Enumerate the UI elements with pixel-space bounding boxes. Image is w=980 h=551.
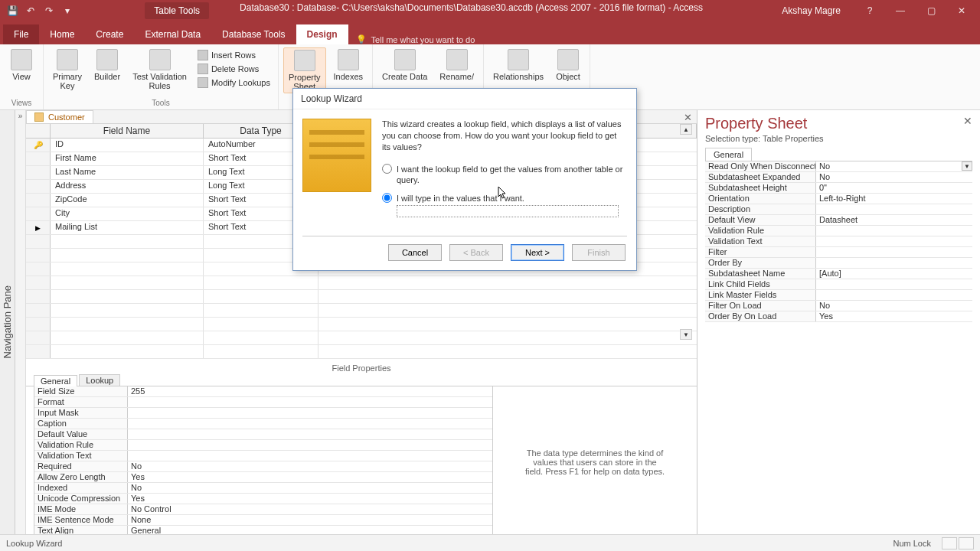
prop-sheet-row[interactable]: Order By On LoadYes [705, 311, 972, 322]
prop-value[interactable] [816, 258, 972, 268]
prop-sheet-row[interactable]: Order By [705, 258, 972, 269]
redo-icon[interactable]: ↷ [43, 5, 55, 17]
property-value[interactable]: No [128, 483, 492, 493]
prop-value[interactable] [816, 247, 972, 257]
prop-sheet-row[interactable]: Read Only When DisconnectNo▼ [705, 161, 972, 172]
prop-value[interactable] [816, 226, 972, 236]
table-row-empty[interactable] [26, 331, 697, 345]
field-property-row[interactable]: Default Value [34, 429, 492, 440]
scroll-down-icon[interactable]: ▼ [680, 329, 692, 340]
prop-value[interactable] [816, 204, 972, 214]
property-value[interactable]: 255 [128, 386, 492, 396]
prop-sheet-row[interactable]: Validation Text [705, 236, 972, 247]
prop-sheet-row[interactable]: Link Child Fields [705, 279, 972, 290]
field-name-cell[interactable]: City [51, 207, 204, 220]
property-sheet-grid[interactable]: Read Only When DisconnectNo▼Subdatasheet… [705, 161, 972, 322]
prop-sheet-row[interactable]: Link Master Fields [705, 290, 972, 301]
builder-button[interactable]: Builder [90, 47, 125, 83]
prop-sheet-row[interactable]: Subdatasheet Name[Auto] [705, 269, 972, 279]
property-value[interactable]: No Control [128, 504, 492, 514]
delete-rows-button[interactable]: Delete Rows [196, 63, 272, 75]
test-validation-button[interactable]: Test Validation Rules [128, 47, 191, 92]
prop-value[interactable] [816, 236, 972, 246]
cancel-button[interactable]: Cancel [388, 244, 442, 261]
row-selector[interactable] [26, 194, 51, 207]
prop-value[interactable]: Datasheet [816, 215, 972, 225]
prop-value[interactable] [816, 290, 972, 300]
prop-value[interactable]: Yes [816, 311, 972, 321]
prop-value[interactable]: No [816, 301, 972, 311]
field-name-cell[interactable]: ZipCode [51, 194, 204, 207]
property-sheet-close-icon[interactable]: ✕ [963, 115, 972, 127]
row-selector[interactable]: ▶ [26, 221, 51, 234]
prop-sheet-row[interactable]: Filter [705, 247, 972, 258]
prop-value[interactable]: 0" [816, 183, 972, 193]
datasheet-view-button[interactable] [942, 537, 957, 549]
document-close-icon[interactable]: ✕ [684, 112, 692, 123]
save-icon[interactable]: 💾 [6, 5, 18, 17]
field-property-row[interactable]: Validation Rule [34, 440, 492, 451]
property-sheet-button[interactable]: Property Sheet [283, 47, 326, 93]
shutter-bar-toggle[interactable]: » [15, 110, 26, 534]
radio-type-values[interactable] [382, 193, 392, 203]
field-property-row[interactable]: IME ModeNo Control [34, 504, 492, 515]
field-name-cell[interactable]: Address [51, 180, 204, 193]
scroll-up-icon[interactable]: ▲ [680, 124, 692, 135]
field-name-cell[interactable]: Mailing List [51, 221, 204, 234]
property-value[interactable] [128, 429, 492, 439]
field-property-row[interactable]: Allow Zero LengthYes [34, 472, 492, 483]
maximize-icon[interactable]: ▢ [916, 0, 946, 21]
modify-lookups-button[interactable]: Modify Lookups [196, 77, 272, 89]
prop-sheet-row[interactable]: Filter On LoadNo [705, 301, 972, 311]
fp-tab-lookup[interactable]: Lookup [79, 374, 120, 386]
tab-create[interactable]: Create [85, 24, 134, 44]
row-selector[interactable] [26, 166, 51, 179]
property-value[interactable]: Yes [128, 494, 492, 504]
field-name-cell[interactable]: First Name [51, 152, 204, 165]
radio-from-table[interactable] [382, 164, 392, 174]
table-row-empty[interactable] [26, 290, 697, 304]
next-button[interactable]: Next > [511, 244, 564, 261]
prop-value[interactable] [816, 279, 972, 289]
field-property-row[interactable]: Unicode CompressionYes [34, 494, 492, 504]
table-row-empty[interactable] [26, 318, 697, 331]
tab-database-tools[interactable]: Database Tools [211, 24, 296, 44]
prop-value[interactable]: No [816, 172, 972, 182]
field-name-cell[interactable]: Last Name [51, 166, 204, 179]
close-icon[interactable]: ✕ [946, 0, 977, 21]
fp-tab-general[interactable]: General [34, 375, 77, 386]
primary-key-button[interactable]: Primary Key [48, 47, 87, 92]
view-button[interactable]: View [5, 47, 38, 83]
table-row-empty[interactable] [26, 345, 697, 359]
field-property-row[interactable]: Input Mask [34, 408, 492, 419]
undo-icon[interactable]: ↶ [24, 5, 37, 17]
dropdown-icon[interactable]: ▼ [962, 161, 972, 171]
radio-type-values-label[interactable]: I will type in the values that I want. [397, 194, 524, 203]
tab-design[interactable]: Design [296, 24, 348, 44]
row-selector[interactable] [26, 207, 51, 220]
prop-sheet-row[interactable]: OrientationLeft-to-Right [705, 194, 972, 204]
field-property-row[interactable]: Format [34, 397, 492, 408]
prop-value[interactable]: [Auto] [816, 269, 972, 279]
prop-sheet-row[interactable]: Validation Rule [705, 226, 972, 236]
tab-home[interactable]: Home [39, 24, 85, 44]
tab-file[interactable]: File [3, 24, 39, 44]
field-property-row[interactable]: Validation Text [34, 451, 492, 461]
row-selector[interactable] [26, 152, 51, 165]
row-selector[interactable] [26, 180, 51, 193]
help-icon[interactable]: ? [854, 0, 885, 21]
property-value[interactable] [128, 408, 492, 418]
table-row-empty[interactable] [26, 304, 697, 318]
create-data-button[interactable]: Create Data [377, 47, 432, 83]
field-properties-grid[interactable]: Field Size255FormatInput MaskCaptionDefa… [34, 386, 493, 537]
prop-sheet-row[interactable]: Subdatasheet ExpandedNo [705, 172, 972, 183]
insert-rows-button[interactable]: Insert Rows [196, 49, 272, 61]
prop-value[interactable]: Left-to-Right [816, 194, 972, 204]
user-name[interactable]: Akshay Magre [768, 5, 854, 16]
property-sheet-tab-general[interactable]: General [705, 148, 752, 161]
field-property-row[interactable]: Field Size255 [34, 386, 492, 397]
field-property-row[interactable]: RequiredNo [34, 461, 492, 472]
col-header-fieldname[interactable]: Field Name [51, 124, 204, 138]
property-value[interactable] [128, 397, 492, 407]
prop-sheet-row[interactable]: Default ViewDatasheet [705, 215, 972, 226]
